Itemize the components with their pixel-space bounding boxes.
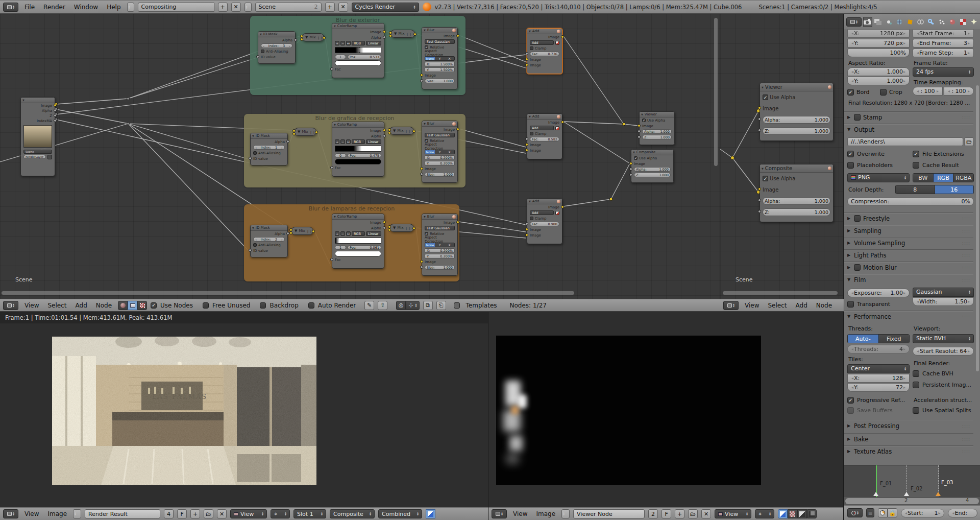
templates-icon[interactable] bbox=[454, 302, 460, 309]
panel-motion-blur[interactable]: ▶Motion Blur:::: bbox=[844, 262, 973, 272]
alpha-field[interactable]: Alpha:1.000 bbox=[763, 116, 830, 124]
fake-user-button[interactable]: F bbox=[662, 509, 671, 518]
motion-blur-checkbox[interactable] bbox=[854, 264, 861, 271]
node-mix[interactable]: ▼Mix❙❙ bbox=[302, 33, 324, 41]
cache-result-checkbox-row[interactable]: Cache Result bbox=[913, 161, 976, 170]
use-nodes-checkbox[interactable]: ✓ bbox=[151, 302, 157, 309]
menu-select[interactable]: Select bbox=[765, 302, 789, 309]
fac-field[interactable]: Fac:0.736 bbox=[530, 52, 559, 56]
node-socket[interactable] bbox=[300, 38, 303, 41]
panel-performance[interactable]: ▼Performance:::: bbox=[844, 311, 973, 321]
node-header[interactable]: ▼Add bbox=[527, 29, 562, 34]
ramp-tool-button[interactable]: − bbox=[340, 139, 345, 144]
node-mix[interactable]: ▼Mix❙❙ bbox=[390, 30, 415, 38]
tab-material[interactable] bbox=[948, 17, 958, 27]
v-scrollbar[interactable] bbox=[714, 18, 718, 166]
node-socket[interactable] bbox=[758, 117, 761, 121]
depth-8-button[interactable]: 8 bbox=[896, 185, 935, 194]
node-socket[interactable] bbox=[525, 233, 528, 237]
tab-constraints[interactable] bbox=[916, 17, 925, 27]
node-viewer[interactable]: ▼Viewer✓Use AlphaImageAlpha:1.000Z:1.000 bbox=[760, 83, 834, 141]
node-header[interactable]: ▼Viewer bbox=[640, 112, 674, 117]
ramp-gradient[interactable] bbox=[335, 146, 381, 152]
image-unlink-button[interactable]: ✕ bbox=[701, 509, 711, 518]
node-render-layers[interactable]: ▼ImageAlphaZIndexMASceneRenderLayer bbox=[20, 97, 55, 176]
ramp-pos-field[interactable]: Pos:0.533 bbox=[348, 55, 381, 59]
ramp-handle[interactable] bbox=[338, 238, 338, 243]
color-channel-icon[interactable] bbox=[788, 509, 797, 518]
ramp-tool-button[interactable]: + bbox=[335, 231, 339, 236]
node-socket[interactable] bbox=[758, 210, 761, 213]
node-socket[interactable] bbox=[629, 173, 632, 176]
node-socket[interactable] bbox=[383, 36, 386, 39]
panel-stamp[interactable]: ▶Stamp:::: bbox=[844, 112, 973, 122]
node-composite[interactable]: ▼Composite✓Use AlphaImageAlpha:1.000Z:1.… bbox=[760, 164, 834, 222]
progressive-refine-checkbox-row[interactable]: ✓Progressive Ref... bbox=[847, 396, 910, 405]
interpolation-dropdown[interactable]: Linear bbox=[366, 41, 381, 45]
node-socket[interactable] bbox=[629, 168, 632, 171]
marker-triangle[interactable] bbox=[873, 492, 878, 496]
node-mix[interactable]: ▼Mix❙❙ bbox=[291, 227, 313, 235]
aspect-none[interactable]: None bbox=[425, 57, 435, 60]
node-header[interactable]: ▼Add bbox=[527, 199, 562, 204]
ramp-tool-button[interactable]: + bbox=[335, 139, 339, 144]
size-field[interactable]: Size:1.000 bbox=[425, 172, 455, 177]
node-socket[interactable] bbox=[330, 166, 333, 169]
editor-type-button[interactable]: ▲▼ bbox=[847, 508, 863, 517]
node-socket[interactable] bbox=[638, 135, 641, 138]
pivot-selector[interactable]: ⌖▲▼ bbox=[271, 509, 290, 518]
node-header[interactable]: ▼ColorRamp bbox=[332, 214, 384, 220]
node-socket[interactable] bbox=[525, 52, 528, 55]
panel-post-processing[interactable]: ▶Post Processing:::: bbox=[844, 420, 973, 431]
image-users-count[interactable]: 4 bbox=[164, 509, 174, 518]
node-socket[interactable] bbox=[292, 132, 296, 135]
node-header[interactable]: ▼ColorRamp bbox=[332, 122, 384, 128]
resolution-percentage-slider[interactable]: 100% bbox=[847, 49, 910, 57]
ramp-gradient[interactable] bbox=[335, 47, 381, 53]
use-alpha-checkbox[interactable]: ✓ bbox=[763, 176, 768, 181]
node-socket[interactable] bbox=[420, 74, 423, 77]
node-socket[interactable] bbox=[54, 109, 57, 112]
menu-node[interactable]: Node bbox=[93, 302, 114, 309]
image-open-button[interactable]: 🗁 bbox=[204, 509, 213, 518]
interpolation-dropdown[interactable]: Linear bbox=[366, 139, 381, 144]
node-socket[interactable] bbox=[525, 58, 528, 61]
node-socket[interactable] bbox=[289, 231, 292, 234]
scene-selector[interactable]: Scene2 bbox=[255, 3, 322, 12]
node-colorramp[interactable]: ▼ColorRampImageAlpha+−↔RGBLinear0Pos:0.4… bbox=[332, 122, 384, 177]
exposure-field[interactable]: ◂Exposure:1.00▸ bbox=[847, 289, 910, 297]
aspect-xbtn[interactable]: X bbox=[445, 57, 454, 60]
menu-image[interactable]: Image bbox=[533, 510, 558, 517]
node-header[interactable]: ▼Viewer bbox=[760, 83, 833, 91]
timeline-ruler[interactable]: 2 4 bbox=[844, 497, 980, 505]
image-new-button[interactable]: + bbox=[190, 509, 200, 518]
tab-scene[interactable] bbox=[885, 17, 894, 27]
node-socket[interactable] bbox=[525, 149, 528, 152]
node-blur[interactable]: ▼BlurImageFast Gaussian✓RelativeAspect C… bbox=[422, 214, 458, 276]
node-socket[interactable] bbox=[294, 38, 297, 41]
timeline-editor[interactable]: F_01 F_02 F_03 2 4 ▲▼ ≡ 🔒 ◂Start:1▸ ◂End… bbox=[844, 465, 980, 520]
aspect-xbtn[interactable]: X bbox=[445, 150, 454, 154]
node-composite[interactable]: ▼Composite✓Use AlphaImageAlpha:1.000Z:1.… bbox=[631, 149, 674, 183]
node-header[interactable]: ▼Blur bbox=[422, 214, 457, 220]
node-header[interactable]: ▼ID Mask bbox=[258, 32, 295, 37]
paste-icon[interactable]: ⎗ bbox=[436, 301, 446, 310]
ramp-tool-button[interactable]: ↔ bbox=[346, 231, 351, 236]
panel-light-paths[interactable]: ▶Light Paths:::: bbox=[844, 250, 973, 260]
tile-order-selector[interactable]: Center▲▼ bbox=[847, 364, 910, 373]
alpha-channel-icon[interactable] bbox=[797, 509, 807, 518]
templates-menu[interactable]: Templates bbox=[463, 302, 500, 309]
render-button[interactable] bbox=[47, 155, 52, 159]
use-alpha-checkbox[interactable]: ✓ bbox=[634, 156, 638, 160]
aspect-none[interactable]: None bbox=[425, 150, 435, 154]
clamp-checkbox[interactable] bbox=[530, 132, 533, 135]
snap-icon[interactable]: ◎ bbox=[396, 301, 406, 310]
node-add[interactable]: ▼AddImageAddClampFac:0.582ImageImage bbox=[527, 113, 562, 159]
marker-label[interactable]: F_01 bbox=[880, 481, 892, 486]
overwrite-checkbox-row[interactable]: ✓Overwrite bbox=[847, 150, 910, 158]
pivot-selector[interactable]: ⌖▲▼ bbox=[755, 509, 774, 518]
menu-view[interactable]: View bbox=[22, 510, 41, 517]
editor-type-button[interactable]: ▲▼ bbox=[723, 301, 739, 310]
aspect-ybtn[interactable]: Y bbox=[435, 57, 445, 60]
layout-add-button[interactable]: + bbox=[218, 3, 228, 12]
